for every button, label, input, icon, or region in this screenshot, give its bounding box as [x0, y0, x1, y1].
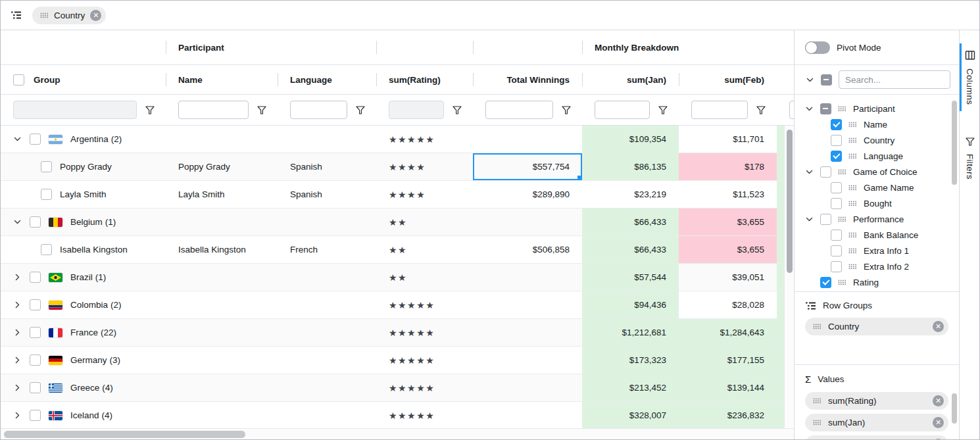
cell-sum-jan[interactable]: $57,544	[582, 264, 679, 291]
filter-input[interactable]	[789, 101, 794, 119]
group-row[interactable]: Colombia(2)★★★★★$94,436$28,028	[1, 291, 794, 319]
chevron-down-icon[interactable]	[805, 168, 814, 176]
drag-grip-icon[interactable]	[848, 264, 857, 270]
group-row[interactable]: Iceland(4)★★★★★$328,007$236,832	[1, 402, 794, 429]
cell-group[interactable]: Colombia(2)	[1, 291, 166, 318]
cell-sum-jan[interactable]: $66,433	[582, 236, 679, 263]
drag-grip-icon[interactable]	[838, 280, 846, 285]
cell-total-winnings[interactable]	[473, 347, 582, 374]
column-header-sum-jan-[interactable]: sum(Jan)	[582, 65, 679, 94]
column-header-total-winnings[interactable]: Total Winnings	[473, 65, 582, 94]
cell-rating[interactable]: ★★★★	[376, 181, 473, 208]
select-all-rows-checkbox[interactable]	[13, 74, 24, 86]
row-checkbox[interactable]	[30, 134, 41, 145]
filter-input[interactable]	[691, 101, 748, 119]
drag-grip-icon[interactable]	[848, 201, 857, 207]
cell-group[interactable]: Layla Smith	[1, 181, 166, 208]
cell-language[interactable]	[278, 126, 376, 153]
column-tree-item-performance[interactable]: Performance	[795, 211, 959, 227]
row-checkbox[interactable]	[30, 354, 41, 366]
filter-input[interactable]	[485, 101, 553, 119]
filter-funnel-icon[interactable]	[562, 106, 571, 114]
row-checkbox[interactable]	[30, 272, 41, 283]
column-tree-item-game-name[interactable]: Game Name	[795, 180, 959, 195]
row-checkbox[interactable]	[41, 161, 52, 172]
row-checkbox[interactable]	[41, 244, 52, 255]
cell-sum-jan[interactable]: $213,452	[582, 374, 679, 401]
cell-total-winnings[interactable]	[473, 264, 582, 291]
drag-grip-icon[interactable]	[848, 185, 857, 191]
cell-rating[interactable]: ★★★★★	[376, 319, 473, 346]
vertical-scrollbar-thumb[interactable]	[787, 130, 793, 273]
drag-grip-icon[interactable]	[848, 137, 857, 143]
chevron-down-icon[interactable]	[805, 105, 814, 113]
row-checkbox[interactable]	[30, 299, 41, 310]
table-row[interactable]: Poppy GradyPoppy GradySpanish★★★★$557,75…	[1, 153, 794, 181]
cell-group[interactable]: Brazil(1)	[1, 264, 166, 291]
cell-group[interactable]: Iceland(4)	[1, 402, 166, 429]
filter-funnel-icon[interactable]	[356, 106, 365, 114]
cell-sum-jan[interactable]: $173,323	[582, 347, 679, 374]
column-tree-item-extra-info-2[interactable]: Extra Info 2	[795, 258, 959, 274]
cell-sum-feb[interactable]: $3,655	[679, 208, 777, 235]
chevron-right-icon[interactable]	[13, 411, 22, 420]
remove-chip-icon[interactable]: ✕	[933, 395, 944, 406]
cell-name[interactable]	[166, 402, 278, 429]
remove-chip-icon[interactable]: ✕	[933, 417, 944, 428]
cell-sum-jan[interactable]: $109,354	[582, 126, 679, 153]
drag-grip-icon[interactable]	[813, 420, 821, 426]
drag-grip-icon[interactable]	[838, 106, 846, 112]
cell-sum-feb[interactable]: $11,523	[679, 181, 777, 208]
column-checkbox-unchecked[interactable]	[831, 245, 842, 257]
cell-sum-feb[interactable]: $139,144	[679, 374, 777, 401]
cell-sum-feb[interactable]: $236,832	[679, 402, 777, 429]
column-checkbox-unchecked[interactable]	[820, 166, 831, 178]
column-tree-item-bought[interactable]: Bought	[795, 195, 959, 211]
cell-total-winnings[interactable]	[473, 291, 582, 318]
row-checkbox[interactable]	[30, 327, 41, 338]
cell-language[interactable]	[278, 208, 376, 235]
cell-name[interactable]: Layla Smith	[166, 181, 278, 208]
cell-rating[interactable]: ★★	[376, 208, 473, 235]
column-tree-item-language[interactable]: Language	[795, 148, 959, 164]
column-group-header[interactable]: Monthly Breakdown	[582, 30, 794, 64]
drag-grip-icon[interactable]	[813, 324, 821, 330]
filter-funnel-icon[interactable]	[756, 106, 766, 114]
cell-sum-feb[interactable]: $39,051	[679, 264, 777, 291]
cell-group[interactable]: France(22)	[1, 319, 166, 346]
group-chip-country[interactable]: Country ✕	[32, 7, 106, 24]
filter-input[interactable]	[595, 101, 650, 119]
cell-total-winnings[interactable]	[473, 374, 582, 401]
cell-group[interactable]: Belgium(1)	[1, 208, 166, 235]
tree-scrollbar-thumb[interactable]	[952, 101, 957, 185]
cell-rating[interactable]: ★★★★	[376, 153, 473, 180]
cell-language[interactable]: French	[278, 236, 376, 263]
drag-grip-icon[interactable]	[848, 232, 857, 238]
column-tree-item-rating[interactable]: Rating	[795, 274, 959, 290]
cell-sum-feb[interactable]: $177,155	[679, 347, 777, 374]
column-group-header[interactable]	[473, 30, 582, 64]
cell-name[interactable]	[166, 291, 278, 318]
cell-total-winnings[interactable]	[473, 126, 582, 153]
drag-grip-icon[interactable]	[838, 216, 846, 222]
column-tree-item-name[interactable]: Name	[795, 116, 959, 132]
cell-group[interactable]: Greece(4)	[1, 374, 166, 401]
value-chip-sum-rating-[interactable]: sum(Rating)✕	[805, 392, 948, 410]
cell-language[interactable]	[278, 347, 376, 374]
column-checkbox-checked[interactable]	[831, 151, 842, 162]
cell-group[interactable]: Germany(3)	[1, 347, 166, 374]
cell-group[interactable]: Poppy Grady	[1, 153, 166, 180]
drag-grip-icon[interactable]	[40, 12, 49, 18]
column-search-input[interactable]	[839, 70, 950, 89]
group-row[interactable]: France(22)★★★★★$1,212,681$1,284,643	[1, 319, 794, 347]
cell-sum-jan[interactable]: $23,219	[582, 181, 679, 208]
cell-sum-jan[interactable]: $94,436	[582, 291, 679, 318]
column-tree-item-country[interactable]: Country	[795, 132, 959, 148]
remove-chip-icon[interactable]: ✕	[90, 10, 101, 21]
column-checkbox-unchecked[interactable]	[831, 230, 842, 241]
column-checkbox-unchecked[interactable]	[820, 214, 831, 225]
column-header-sum-feb-[interactable]: sum(Feb)	[679, 65, 777, 94]
column-checkbox-checked[interactable]	[820, 277, 831, 288]
chevron-right-icon[interactable]	[13, 301, 22, 309]
cell-sum-feb[interactable]: $3,655	[679, 236, 777, 263]
